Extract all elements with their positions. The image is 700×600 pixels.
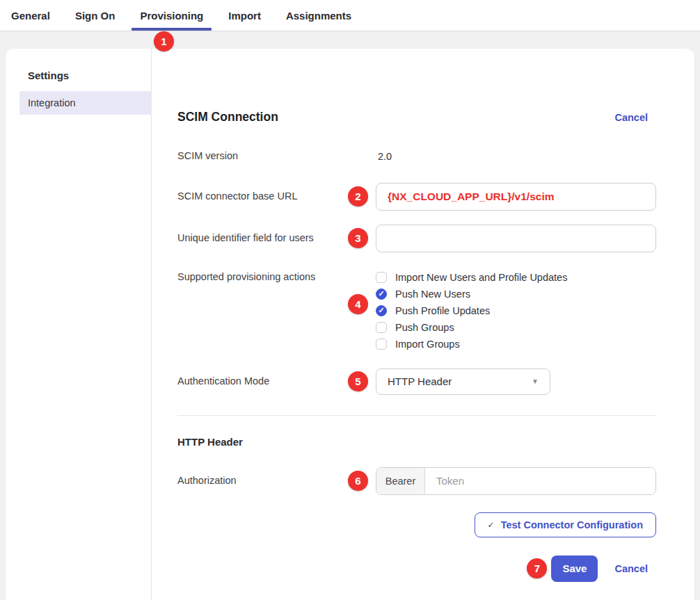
step-badge-7: 7 [527, 558, 547, 578]
save-button[interactable]: Save [551, 556, 598, 582]
tab-sign-on[interactable]: Sign On [75, 0, 116, 31]
step-badge-1: 1 [154, 31, 174, 51]
sidebar-item-integration[interactable]: Integration [19, 91, 152, 115]
provisioning-actions-list: Import New Users and Profile Updates✓Pus… [376, 269, 656, 352]
step-badge-6: 6 [348, 471, 368, 491]
scim-connection-panel: SCIM Connection Cancel SCIM version 2.0 … [152, 49, 694, 600]
tab-assignments[interactable]: Assignments [286, 0, 351, 31]
unique-id-label: Unique identifier field for users [177, 232, 348, 245]
provisioning-action-row: Import New Users and Profile Updates [376, 269, 656, 286]
test-connector-label: Test Connector Configuration [501, 519, 643, 530]
checkbox-unchecked-icon[interactable] [376, 322, 387, 333]
test-connector-button[interactable]: ✓ Test Connector Configuration [475, 512, 656, 537]
provisioning-action-label: Push Profile Updates [395, 305, 490, 316]
bearer-prefix: Bearer [376, 468, 425, 494]
step-badge-3: 3 [348, 228, 368, 248]
provisioning-action-label: Import Groups [395, 339, 460, 350]
cancel-link-top[interactable]: Cancel [614, 112, 648, 123]
unique-id-input[interactable] [376, 225, 656, 252]
checkbox-unchecked-icon[interactable] [376, 339, 387, 350]
sidebar-item-label: Integration [28, 97, 76, 108]
auth-mode-label: Authentication Mode [177, 375, 348, 389]
settings-sidebar: Settings Integration [6, 49, 152, 600]
scim-version-label: SCIM version [177, 149, 348, 163]
tab-general[interactable]: General [11, 0, 50, 31]
step-badge-4: 4 [348, 294, 368, 314]
authorization-input-group: Bearer [376, 467, 656, 495]
token-input[interactable] [425, 468, 655, 494]
authorization-label: Authorization [177, 474, 348, 488]
chevron-down-icon: ▼ [532, 378, 539, 385]
base-url-label: SCIM connector base URL [177, 190, 348, 204]
auth-mode-row: Authentication Mode 5 HTTP Header ▼ [177, 368, 656, 395]
provisioning-action-label: Push Groups [395, 322, 454, 333]
step-badge-5: 5 [348, 371, 368, 391]
tab-bar: GeneralSign OnProvisioningImportAssignme… [0, 0, 700, 31]
http-header-heading: HTTP Header [177, 436, 656, 448]
authorization-row: Authorization 6 Bearer [177, 467, 656, 495]
provisioning-action-row: Push Groups [376, 319, 656, 336]
tab-provisioning[interactable]: Provisioning [140, 0, 203, 31]
base-url-input[interactable] [376, 183, 656, 211]
provisioning-card: Settings Integration SCIM Connection Can… [6, 49, 694, 600]
provisioning-actions-label: Supported provisioning actions [177, 269, 348, 284]
checkbox-checked-icon[interactable]: ✓ [376, 289, 387, 300]
section-divider [177, 415, 656, 416]
page-title: SCIM Connection [177, 110, 278, 124]
check-icon: ✓ [488, 520, 495, 530]
provisioning-actions-row: Supported provisioning actions 4 Import … [177, 269, 656, 352]
provisioning-action-label: Push New Users [395, 289, 470, 300]
auth-mode-selected-value: HTTP Header [388, 375, 452, 387]
provisioning-action-row: ✓Push New Users [376, 286, 656, 302]
unique-id-row: Unique identifier field for users 3 [177, 225, 656, 252]
step-badge-2: 2 [348, 186, 368, 206]
cancel-link-bottom[interactable]: Cancel [614, 563, 648, 574]
provisioning-action-row: Import Groups [376, 336, 656, 352]
provisioning-action-row: ✓Push Profile Updates [376, 302, 656, 319]
auth-mode-select[interactable]: HTTP Header ▼ [376, 368, 550, 395]
scim-version-row: SCIM version 2.0 [177, 149, 656, 163]
sidebar-heading: Settings [28, 70, 151, 81]
checkbox-checked-icon[interactable]: ✓ [376, 305, 387, 316]
provisioning-action-label: Import New Users and Profile Updates [395, 272, 567, 283]
scim-version-value: 2.0 [376, 151, 656, 162]
checkbox-unchecked-icon[interactable] [376, 272, 387, 283]
base-url-row: SCIM connector base URL 2 [177, 183, 656, 211]
tab-import[interactable]: Import [228, 0, 261, 31]
